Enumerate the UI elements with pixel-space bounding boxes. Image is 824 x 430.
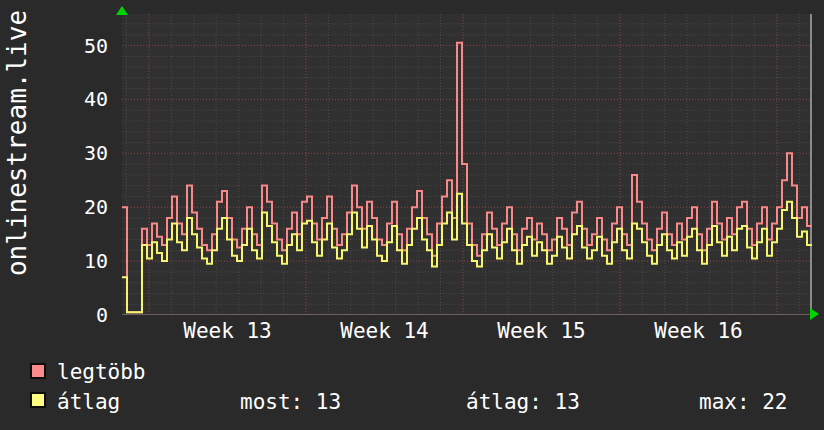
y-tick-40: 40 [0,89,108,109]
x-label-week-13: Week 13 [183,320,272,342]
y-tick-0: 0 [0,305,108,325]
plot-area [122,14,812,315]
legend-label-legtobb: legtöbb [57,361,146,383]
x-label-week-14: Week 14 [340,320,429,342]
y-tick-20: 20 [0,197,108,217]
y-tick-30: 30 [0,143,108,163]
stat-most: most: 13 [240,391,341,413]
x-axis-arrow-icon [810,308,819,320]
x-label-week-15: Week 15 [497,320,586,342]
chart-canvas [122,14,812,315]
x-label-week-16: Week 16 [654,320,743,342]
stat-max: max: 22 [699,391,788,413]
legend-swatch-atlag [30,392,46,408]
rrd-graph-page: { "colors": { "page_bg": "#2a2a2a", "plo… [0,0,824,430]
legend-swatch-legtobb [30,363,46,379]
y-axis-arrow-icon [116,6,128,15]
y-tick-10: 10 [0,251,108,271]
y-tick-50: 50 [0,36,108,56]
legend-label-atlag: átlag [57,391,120,413]
stat-atlag: átlag: 13 [466,391,580,413]
